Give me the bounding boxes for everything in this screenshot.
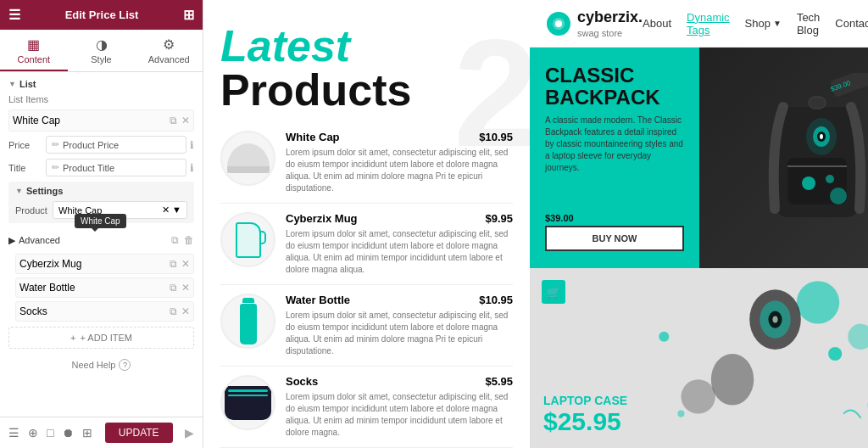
list-item-mug[interactable]: Cyberzix Mug ⧉ ✕ (15, 254, 194, 274)
product-name-price-mug: Cyberzix Mug $9.95 (286, 212, 513, 225)
title-info-icon[interactable]: ℹ (190, 162, 194, 174)
panel-title: Edit Price List (65, 8, 139, 21)
svg-point-7 (830, 188, 847, 204)
update-button[interactable]: UPDATE (105, 423, 173, 443)
mug-remove-icon[interactable]: ✕ (181, 258, 190, 270)
backpack-visual: $39.00 (699, 48, 868, 268)
nav-contact[interactable]: Contact ▼ (835, 17, 868, 30)
select-arrow-icon[interactable]: ▼ (172, 204, 181, 216)
footer-icon-2[interactable]: ⊕ (28, 426, 38, 440)
pencil-icon: ✏ (52, 139, 59, 150)
svg-rect-12 (809, 97, 826, 109)
list-item-bottle[interactable]: Water Bottle ⧉ ✕ (15, 277, 194, 298)
footer-icon-3[interactable]: □ (47, 426, 53, 440)
footer-arrow-icon[interactable]: ▶ (185, 426, 194, 440)
nav-logo: cyberzix. swag store (547, 8, 643, 38)
product-name-price-bottle: Water Bottle $10.95 (286, 294, 513, 306)
need-help[interactable]: Need Help ? (8, 354, 194, 376)
style-tab-icon: ◑ (96, 36, 108, 53)
advanced-toggle[interactable]: ▶ Advanced (8, 235, 60, 246)
panel-content: ▼ List List Items White Cap ⧉ ✕ Price ✏ … (0, 72, 203, 417)
advanced-duplicate-icon[interactable]: ⧉ (171, 234, 179, 246)
card-backpack-info: CLASSICBACKPACK A classic made modern. T… (530, 48, 699, 268)
svg-point-21 (772, 316, 777, 323)
settings-toggle[interactable]: ▼ Settings (15, 186, 187, 196)
card-laptop-case: 🛒 LAPTOP CASE $25.95 (530, 268, 868, 448)
card-backpack-desc: A classic made modern. The Classic Backp… (545, 115, 684, 174)
grid-icon[interactable]: ⊞ (183, 7, 194, 23)
card-backpack: CLASSICBACKPACK A classic made modern. T… (530, 48, 868, 268)
buy-now-button[interactable]: BUY NOW (545, 226, 684, 251)
product-name-price-socks: Socks $5.95 (286, 375, 513, 388)
laptop-price: $25.95 (543, 407, 868, 436)
panel-footer: ☰ ⊕ □ ⏺ ⊞ UPDATE ▶ (0, 417, 203, 448)
product-img-socks (220, 375, 275, 430)
list-section-title: ▼ List (8, 79, 194, 89)
product-img-mug (220, 212, 275, 267)
svg-point-1 (555, 20, 562, 27)
socks-duplicate-icon[interactable]: ⧉ (170, 305, 177, 317)
nav-links: About Dynamic Tags Shop ▼ Tech Blog Cont… (643, 11, 868, 36)
add-icon: + (70, 333, 75, 343)
product-img-bottle (220, 294, 275, 349)
tab-content[interactable]: ▦ Content (0, 30, 68, 71)
duplicate-icon[interactable]: ⧉ (170, 115, 177, 126)
advanced-arrow-icon: ▶ (8, 235, 15, 246)
footer-icon-1[interactable]: ☰ (8, 426, 19, 440)
nav-about[interactable]: About (643, 17, 671, 30)
shop-chevron-icon: ▼ (773, 19, 782, 28)
footer-icon-4[interactable]: ⏺ (62, 426, 74, 440)
mug-duplicate-icon[interactable]: ⧉ (170, 258, 177, 270)
svg-point-6 (826, 175, 834, 183)
logo-text: cyberzix. (577, 8, 643, 26)
remove-icon[interactable]: ✕ (181, 115, 190, 126)
help-icon: ? (119, 359, 131, 371)
product-item-white-cap: White Cap $10.95 Lorem ipsum dolor sit a… (220, 122, 513, 204)
title-input[interactable]: ✏ Product Title (46, 159, 186, 176)
sub-items-list: Cyberzix Mug ⧉ ✕ Water Bottle ⧉ ✕ Socks … (15, 254, 194, 322)
nav-dynamic-tags[interactable]: Dynamic Tags (687, 11, 730, 36)
add-item-button[interactable]: + + ADD ITEM (8, 327, 194, 349)
price-field-row: Price ✏ Product Price ℹ (8, 136, 194, 154)
left-panel: ☰ Edit Price List ⊞ ▦ Content ◑ Style ⚙ … (0, 0, 203, 448)
list-items-label: List Items (8, 94, 194, 104)
svg-point-5 (802, 176, 815, 190)
laptop-case-label: LAPTOP CASE (543, 394, 868, 407)
bottle-remove-icon[interactable]: ✕ (181, 282, 190, 294)
footer-icon-5[interactable]: ⊞ (82, 426, 92, 440)
tab-style[interactable]: ◑ Style (68, 30, 136, 71)
price-info-icon[interactable]: ℹ (190, 139, 194, 151)
list-item-white-cap[interactable]: White Cap ⧉ ✕ (8, 109, 194, 132)
laptop-cart-icon[interactable]: 🛒 (542, 280, 565, 304)
advanced-remove-icon[interactable]: 🗑 (184, 234, 194, 246)
advanced-tab-icon: ⚙ (163, 36, 175, 53)
hamburger-icon[interactable]: ☰ (8, 7, 20, 23)
svg-point-25 (659, 332, 669, 342)
title-field-row: Title ✏ Product Title ℹ (8, 159, 194, 176)
list-item-socks[interactable]: Socks ⧉ ✕ (15, 301, 194, 322)
select-x-icon[interactable]: ✕ (162, 204, 170, 216)
preview-cards: CLASSICBACKPACK A classic made modern. T… (530, 48, 868, 448)
product-info-mug: Cyberzix Mug $9.95 Lorem ipsum dolor sit… (286, 212, 513, 276)
nav-tech-blog[interactable]: Tech Blog (797, 11, 820, 36)
svg-point-20 (768, 311, 782, 328)
nav-shop[interactable]: Shop ▼ (745, 17, 782, 30)
product-list: White Cap $10.95 Lorem ipsum dolor sit a… (220, 122, 513, 448)
product-img-white-cap (220, 131, 275, 186)
settings-arrow-icon: ▼ (15, 187, 23, 195)
price-input[interactable]: ✏ Product Price (46, 136, 186, 154)
logo-icon (547, 12, 570, 36)
socks-remove-icon[interactable]: ✕ (181, 305, 190, 317)
preview-left: Latest Products 2 White Cap $10.95 (203, 0, 530, 448)
bottle-duplicate-icon[interactable]: ⧉ (170, 282, 177, 294)
tab-advanced[interactable]: ⚙ Advanced (135, 30, 203, 71)
svg-point-18 (749, 289, 801, 350)
panel-header: ☰ Edit Price List ⊞ (0, 0, 203, 30)
product-item-socks: Socks $5.95 Lorem ipsum dolor sit amet, … (220, 367, 513, 448)
product-info-bottle: Water Bottle $10.95 Lorem ipsum dolor si… (286, 294, 513, 357)
preview-nav: cyberzix. swag store About Dynamic Tags … (530, 0, 868, 48)
content-tab-icon: ▦ (27, 36, 40, 53)
advanced-section: ▶ Advanced ⧉ 🗑 (8, 230, 194, 250)
main-preview: Latest Products 2 White Cap $10.95 (203, 0, 868, 448)
list-arrow-icon: ▼ (8, 80, 16, 88)
